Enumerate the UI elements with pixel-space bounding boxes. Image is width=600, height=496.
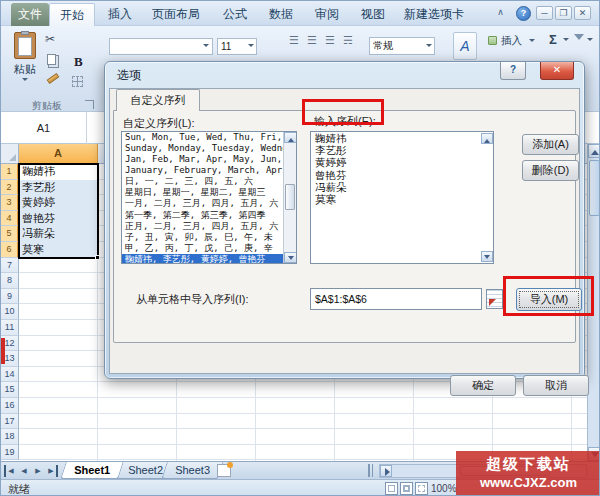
font-name-dropdown-arrow[interactable] — [203, 44, 209, 50]
listbox-scrollbar[interactable] — [283, 132, 296, 263]
list-item[interactable]: 一月, 二月, 三月, 四月, 五月, 六 — [122, 198, 296, 209]
row-header[interactable]: 2 — [1, 180, 19, 196]
listbox-scroll-thumb[interactable] — [285, 184, 295, 210]
row-header[interactable]: 15 — [1, 382, 19, 398]
list-item[interactable]: 星期日, 星期一, 星期二, 星期三 — [122, 187, 296, 198]
font-name-combo[interactable] — [109, 38, 213, 55]
format-painter-icon[interactable] — [47, 73, 60, 84]
column-header-a[interactable]: A — [19, 144, 98, 164]
restore-button[interactable]: ❐ — [555, 6, 572, 20]
sort-filter-dropdown-arrow[interactable] — [587, 38, 593, 44]
autosum-dropdown-arrow[interactable] — [563, 38, 569, 44]
scroll-right-icon[interactable] — [380, 465, 392, 477]
row-header[interactable]: 7 — [1, 258, 19, 274]
delete-button[interactable]: 删除(D) — [522, 160, 579, 181]
cell-a5[interactable]: 冯薪朵 — [19, 226, 98, 242]
scroll-up-icon[interactable] — [481, 133, 493, 144]
row-header[interactable]: 3 — [1, 195, 19, 211]
list-item[interactable]: Jan, Feb, Mar, Apr, May, Jun, J — [122, 154, 296, 165]
list-item[interactable]: January, February, March, April — [122, 165, 296, 176]
row-header[interactable]: 6 — [1, 242, 19, 258]
cancel-button[interactable]: 取消 — [523, 375, 589, 396]
list-item[interactable]: 正月, 二月, 三月, 四月, 五月, 六 — [122, 221, 296, 232]
entries-scrollbar[interactable] — [480, 132, 493, 263]
tab-home[interactable]: 开始 — [49, 3, 95, 26]
list-item[interactable]: Sunday, Monday, Tuesday, Wednes — [122, 143, 296, 154]
paste-button[interactable]: 粘贴 — [8, 30, 42, 96]
dialog-help-button[interactable]: ? — [500, 62, 526, 80]
row-header[interactable]: 18 — [1, 429, 19, 445]
align-top-icon[interactable]: ☰ — [289, 34, 298, 47]
cell-a1[interactable]: 鞠婧祎 — [19, 164, 98, 180]
list-item[interactable]: 第一季, 第二季, 第三季, 第四季 — [122, 210, 296, 221]
paste-dropdown-arrow[interactable] — [22, 78, 28, 84]
row-header[interactable]: 4 — [1, 211, 19, 227]
select-all-corner[interactable] — [1, 144, 19, 164]
list-item[interactable]: 甲, 乙, 丙, 丁, 戊, 己, 庚, 辛 — [122, 243, 296, 254]
orientation-icon[interactable]: ☴ — [343, 34, 352, 47]
cell-a3[interactable]: 黄婷婷 — [19, 195, 98, 211]
row-header[interactable]: 8 — [1, 273, 19, 289]
row-header[interactable]: 19 — [1, 445, 19, 461]
scroll-down-icon[interactable] — [481, 251, 493, 262]
row-header[interactable]: 17 — [1, 414, 19, 430]
normal-view-icon[interactable] — [385, 482, 398, 495]
row-header[interactable]: 11 — [1, 320, 19, 336]
first-sheet-icon[interactable]: ◀ — [4, 465, 16, 477]
number-format-dropdown-arrow[interactable] — [426, 44, 432, 50]
help-icon[interactable]: ? — [516, 6, 531, 21]
scroll-up-icon[interactable] — [588, 144, 600, 158]
insert-cells-icon[interactable] — [488, 36, 497, 45]
row-header[interactable]: 14 — [1, 367, 19, 383]
align-bottom-icon[interactable]: ☰ — [325, 34, 334, 47]
cell-a4[interactable]: 曾艳芬 — [19, 211, 98, 227]
ok-button[interactable]: 确定 — [450, 375, 516, 396]
sheet-tab-1[interactable]: Sheet1 — [60, 462, 124, 479]
bold-button[interactable]: B — [74, 54, 83, 70]
prev-sheet-icon[interactable]: ◀ — [18, 465, 30, 477]
close-button[interactable]: ✕ — [574, 6, 591, 20]
collapse-ribbon-icon[interactable]: ∧ — [492, 6, 509, 20]
list-item[interactable]: 子, 丑, 寅, 卯, 辰, 巳, 午, 未 — [122, 232, 296, 243]
last-sheet-icon[interactable]: ▶ — [46, 465, 58, 477]
scroll-up-icon[interactable] — [284, 132, 297, 143]
row-header[interactable]: 16 — [1, 398, 19, 414]
tab-split-handle[interactable] — [368, 464, 373, 477]
tab-new-tab[interactable]: 新建选项卡 — [397, 3, 471, 26]
cell-a2[interactable]: 李艺彤 — [19, 180, 98, 196]
row-header[interactable]: 10 — [1, 304, 19, 320]
font-size-dropdown-arrow[interactable] — [248, 44, 254, 50]
insert-dropdown-arrow[interactable] — [529, 39, 535, 45]
align-middle-icon[interactable]: ☰ — [307, 34, 316, 47]
tab-custom-lists[interactable]: 自定义序列 — [116, 89, 200, 111]
dialog-close-button[interactable]: ✕ — [540, 62, 574, 80]
page-layout-view-icon[interactable] — [400, 482, 413, 495]
autosum-button[interactable]: Σ — [549, 32, 557, 47]
clipboard-dialog-launcher-icon[interactable] — [85, 100, 94, 109]
import-range-input[interactable]: $A$1:$A$6 — [310, 288, 482, 310]
cut-icon[interactable]: ✂ — [45, 32, 55, 46]
vertical-scroll-thumb[interactable] — [589, 160, 600, 216]
copy-icon[interactable] — [47, 54, 56, 65]
custom-lists-listbox[interactable]: Sun, Mon, Tue, Wed, Thu, Fri, S Sunday, … — [121, 131, 297, 264]
tab-page-layout[interactable]: 页面布局 — [143, 3, 209, 26]
range-picker-icon[interactable] — [486, 289, 503, 309]
scroll-down-icon[interactable] — [284, 252, 297, 263]
insert-cells-label[interactable]: 插入 — [501, 34, 522, 48]
cell-a6[interactable]: 莫寒 — [19, 242, 98, 258]
name-box[interactable]: A1 — [1, 112, 87, 144]
row-header[interactable]: 5 — [1, 226, 19, 242]
tab-insert[interactable]: 插入 — [99, 3, 141, 26]
row-header[interactable]: 1 — [1, 164, 19, 180]
sheet-tab-3[interactable]: Sheet3 — [161, 462, 223, 479]
tab-data[interactable]: 数据 — [259, 3, 303, 26]
sort-filter-icon[interactable] — [574, 34, 584, 45]
list-item-selected[interactable]: 鞠婧祎, 李艺彤, 黄婷婷, 曾艳芬 — [122, 254, 296, 264]
tab-view[interactable]: 视图 — [351, 3, 395, 26]
tab-file[interactable]: 文件 — [11, 3, 49, 26]
tab-review[interactable]: 审阅 — [305, 3, 349, 26]
list-item[interactable]: 日, 一, 二, 三, 四, 五, 六 — [122, 176, 296, 187]
row-header[interactable]: 9 — [1, 289, 19, 305]
add-button[interactable]: 添加(A) — [522, 134, 579, 155]
list-item[interactable]: Sun, Mon, Tue, Wed, Thu, Fri, S — [122, 132, 296, 143]
